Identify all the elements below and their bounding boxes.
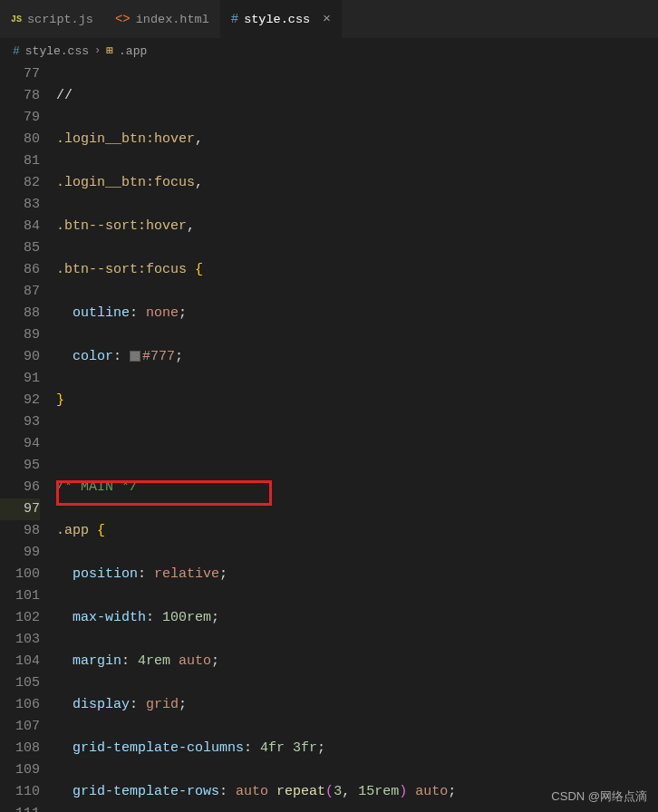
html-icon: <> xyxy=(115,12,131,26)
watermark: CSDN @网络点滴 xyxy=(551,788,647,805)
tab-label: index.html xyxy=(136,13,209,26)
tab-bar: JS script.js <> index.html # style.css × xyxy=(0,0,658,38)
tab-label: style.css xyxy=(244,13,310,26)
close-icon[interactable]: × xyxy=(323,12,331,27)
js-icon: JS xyxy=(11,14,22,24)
breadcrumb-symbol: .app xyxy=(119,44,147,58)
editor-area[interactable]: 77 78 79 80 81 82 83 84 85 86 87 88 89 9… xyxy=(0,63,658,812)
css-icon: # xyxy=(13,44,20,58)
tab-script-js[interactable]: JS script.js xyxy=(0,0,104,38)
struct-icon: ⊞ xyxy=(106,44,113,58)
breadcrumb[interactable]: # style.css › ⊞ .app xyxy=(0,38,658,63)
breadcrumb-file: style.css xyxy=(25,44,89,58)
tab-label: script.js xyxy=(27,13,93,26)
gutter: 77 78 79 80 81 82 83 84 85 86 87 88 89 9… xyxy=(0,63,56,812)
color-swatch xyxy=(130,351,140,362)
css-icon: # xyxy=(231,12,238,26)
chevron-right-icon: › xyxy=(94,44,101,57)
code-content[interactable]: // .login__btn:hover, .login__btn:focus,… xyxy=(56,63,658,812)
tab-style-css[interactable]: # style.css × xyxy=(220,0,342,38)
tab-index-html[interactable]: <> index.html xyxy=(104,0,220,38)
